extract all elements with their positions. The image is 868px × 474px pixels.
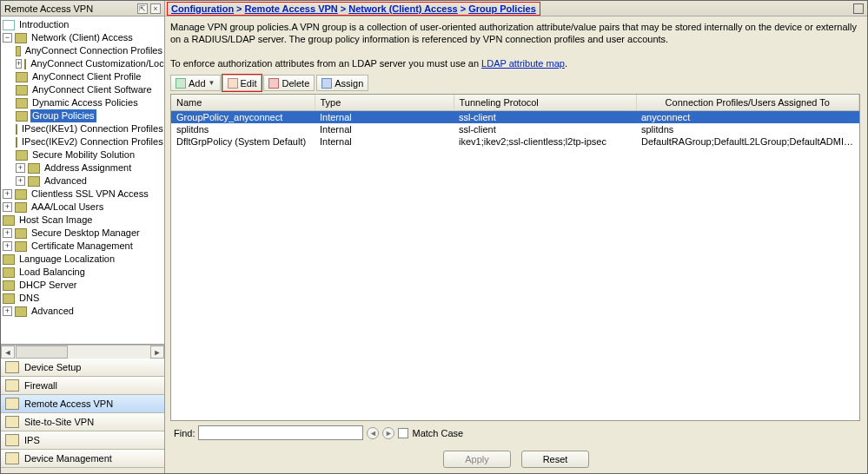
ldap-attribute-map-link[interactable]: LDAP attribute map xyxy=(481,58,565,69)
folder-icon xyxy=(28,163,40,174)
find-prev-button[interactable]: ◄ xyxy=(367,427,379,439)
tree-item-dns[interactable]: DNS xyxy=(3,292,164,305)
firewall-icon xyxy=(5,379,19,392)
tree-item-introduction[interactable]: Introduction xyxy=(3,18,164,31)
delete-button[interactable]: Delete xyxy=(263,75,315,91)
expand-icon[interactable]: + xyxy=(16,163,25,173)
app-root: Remote Access VPN ⇱ × Introduction −Netw… xyxy=(0,0,868,474)
add-button[interactable]: Add▼ xyxy=(170,75,221,91)
tree-item-clientless-ssl[interactable]: +Clientless SSL VPN Access xyxy=(3,188,164,201)
tree-item-dynamic-access-policies[interactable]: Dynamic Access Policies xyxy=(16,96,164,109)
tree-item-ipsec-ikev1[interactable]: IPsec(IKEv1) Connection Profiles xyxy=(16,122,164,135)
scroll-thumb[interactable] xyxy=(16,346,68,359)
folder-icon xyxy=(16,150,28,161)
expand-icon[interactable]: + xyxy=(3,306,12,316)
tree-item-ipsec-ikev2[interactable]: IPsec(IKEv2) Connection Profiles xyxy=(16,135,164,148)
main-panel: Configuration > Remote Access VPN > Netw… xyxy=(165,1,867,473)
nav-ips[interactable]: IPS xyxy=(1,431,164,450)
breadcrumb-group-policies[interactable]: Group Policies xyxy=(468,3,536,14)
folder-icon xyxy=(28,176,40,187)
tree-item-network-client-access[interactable]: −Network (Client) Access xyxy=(3,31,164,44)
expand-icon[interactable]: + xyxy=(16,176,25,186)
col-tunneling[interactable]: Tunneling Protocol xyxy=(454,95,636,111)
nav-remote-access-vpn[interactable]: Remote Access VPN xyxy=(1,395,164,413)
folder-icon xyxy=(3,280,15,291)
folder-icon xyxy=(15,202,27,213)
nav-site-to-site-vpn[interactable]: Site-to-Site VPN xyxy=(1,413,164,431)
expand-icon[interactable]: + xyxy=(3,202,12,212)
tree-item-group-policies[interactable]: Group Policies xyxy=(16,109,164,122)
match-case-checkbox[interactable] xyxy=(398,428,408,438)
folder-icon xyxy=(3,293,15,304)
find-input[interactable] xyxy=(198,425,363,440)
folder-icon xyxy=(24,59,26,69)
assign-button[interactable]: Assign xyxy=(316,75,368,91)
col-name[interactable]: Name xyxy=(171,95,315,111)
table-row[interactable]: GroupPolicy_anyconnect Internal ssl-clie… xyxy=(171,111,859,124)
expand-icon[interactable]: + xyxy=(16,59,22,69)
left-panel-title: Remote Access VPN xyxy=(4,3,93,14)
scroll-left-button[interactable]: ◄ xyxy=(1,346,15,359)
apply-button[interactable]: Apply xyxy=(443,451,511,468)
close-icon[interactable]: × xyxy=(150,3,161,14)
trash-icon xyxy=(268,78,279,89)
folder-icon xyxy=(3,215,15,226)
expand-icon[interactable]: + xyxy=(3,228,12,238)
find-label: Find: xyxy=(174,428,195,438)
folder-icon xyxy=(3,254,15,265)
description-text: Manage VPN group policies.A VPN group is… xyxy=(170,21,860,69)
expand-icon[interactable]: + xyxy=(3,241,12,251)
tree-item-language-localization[interactable]: Language Localization xyxy=(3,253,164,266)
device-setup-icon xyxy=(5,361,19,373)
folder-icon xyxy=(15,189,27,200)
table-row[interactable]: splitdns Internal ssl-client splitdns xyxy=(171,123,859,135)
breadcrumb-remote-access-vpn[interactable]: Remote Access VPN xyxy=(245,3,338,14)
content-area: Manage VPN group policies.A VPN group is… xyxy=(165,16,867,444)
tree-item-secure-mobility[interactable]: Secure Mobility Solution xyxy=(16,148,164,161)
tree-item-certificate-management[interactable]: +Certificate Management xyxy=(3,240,164,253)
tree-item-anyconnect-client-software[interactable]: AnyConnect Client Software xyxy=(16,83,164,96)
tree-horizontal-scrollbar[interactable]: ◄ ► xyxy=(1,345,164,359)
nav-device-setup[interactable]: Device Setup xyxy=(1,359,164,377)
tree-item-anyconnect-client-profile[interactable]: AnyConnect Client Profile xyxy=(16,70,164,83)
tree-item-load-balancing[interactable]: Load Balancing xyxy=(3,266,164,279)
nav-device-management[interactable]: Device Management xyxy=(1,450,164,468)
table-row[interactable]: DfltGrpPolicy (System Default) Internal … xyxy=(171,135,859,148)
collapse-icon[interactable]: − xyxy=(3,33,12,43)
tree-item-address-assignment[interactable]: +Address Assignment xyxy=(16,161,164,174)
col-type[interactable]: Type xyxy=(315,95,454,111)
navigation-tree[interactable]: Introduction −Network (Client) Access An… xyxy=(1,16,164,345)
find-next-button[interactable]: ► xyxy=(382,427,394,439)
pin-icon[interactable]: ⇱ xyxy=(137,3,148,14)
maximize-icon[interactable] xyxy=(853,3,864,14)
group-policies-table[interactable]: Name Type Tunneling Protocol Connection … xyxy=(170,94,860,421)
breadcrumb-configuration[interactable]: Configuration xyxy=(171,3,234,14)
expand-icon[interactable]: + xyxy=(3,189,12,199)
category-nav: Device Setup Firewall Remote Access VPN … xyxy=(1,359,164,468)
folder-icon xyxy=(15,241,27,252)
breadcrumb-network-client-access[interactable]: Network (Client) Access xyxy=(348,3,458,14)
device-management-icon xyxy=(5,452,19,464)
button-row: Apply Reset xyxy=(165,444,867,473)
tree-item-secure-desktop-manager[interactable]: +Secure Desktop Manager xyxy=(3,227,164,240)
tree-item-advanced[interactable]: +Advanced xyxy=(3,305,164,318)
tree-item-nca-advanced[interactable]: +Advanced xyxy=(16,174,164,188)
plus-icon xyxy=(176,78,186,89)
folder-icon xyxy=(16,137,17,148)
edit-button[interactable]: Edit xyxy=(222,75,262,91)
folder-icon xyxy=(16,124,17,135)
tree-item-anyconnect-connection-profiles[interactable]: AnyConnect Connection Profiles xyxy=(16,44,164,57)
tree-item-anyconnect-customization[interactable]: +AnyConnect Customization/Localization xyxy=(16,57,164,70)
folder-icon xyxy=(15,306,27,317)
folder-icon xyxy=(16,85,28,95)
folder-icon xyxy=(16,72,28,82)
find-bar: Find: ◄ ► Match Case xyxy=(170,425,860,440)
tree-item-dhcp-server[interactable]: DHCP Server xyxy=(3,279,164,292)
reset-button[interactable]: Reset xyxy=(521,451,589,468)
scroll-right-button[interactable]: ► xyxy=(150,346,164,359)
col-assigned[interactable]: Connection Profiles/Users Assigned To xyxy=(636,95,859,111)
nav-firewall[interactable]: Firewall xyxy=(1,377,164,395)
left-panel: Remote Access VPN ⇱ × Introduction −Netw… xyxy=(1,1,165,473)
tree-item-aaa-local-users[interactable]: +AAA/Local Users xyxy=(3,201,164,214)
tree-item-host-scan-image[interactable]: Host Scan Image xyxy=(3,214,164,227)
